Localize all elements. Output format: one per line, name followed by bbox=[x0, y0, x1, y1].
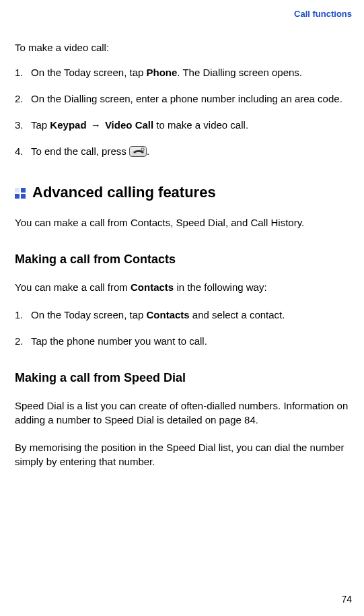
step-text: to make a video call. bbox=[153, 119, 248, 131]
step-text: and select a contact. bbox=[190, 309, 285, 320]
contacts-steps: On the Today screen, tap Contacts and se… bbox=[15, 308, 353, 348]
section-heading-advanced: Advanced calling features bbox=[15, 182, 353, 203]
text: You can make a call from bbox=[15, 281, 131, 293]
arrow-icon: → bbox=[87, 119, 105, 131]
text: in the following way: bbox=[174, 281, 266, 293]
list-item: To end the call, press . bbox=[15, 144, 353, 158]
step-text: On the Dialling screen, enter a phone nu… bbox=[31, 93, 342, 104]
page-number: 74 bbox=[341, 593, 352, 607]
advanced-heading: Advanced calling features bbox=[32, 182, 216, 203]
list-item: Tap the phone number you want to call. bbox=[15, 334, 353, 348]
step-bold: Phone bbox=[147, 67, 178, 78]
contacts-heading: Making a call from Contacts bbox=[15, 251, 353, 268]
video-call-intro: To make a video call: bbox=[15, 40, 353, 55]
video-call-steps: On the Today screen, tap Phone. The Dial… bbox=[15, 65, 353, 158]
step-text: . The Dialling screen opens. bbox=[177, 67, 302, 78]
list-item: Tap Keypad → Video Call to make a video … bbox=[15, 118, 353, 132]
list-item: On the Today screen, tap Phone. The Dial… bbox=[15, 65, 353, 79]
speed-dial-p2: By memorising the position in the Speed … bbox=[15, 440, 353, 469]
step-text: . bbox=[147, 145, 149, 157]
step-text: To end the call, press bbox=[31, 145, 129, 157]
header-section-label: Call functions bbox=[15, 8, 353, 20]
contacts-intro: You can make a call from Contacts in the… bbox=[15, 280, 353, 294]
step-bold: Video Call bbox=[105, 119, 153, 131]
step-text: On the Today screen, tap bbox=[31, 309, 147, 320]
step-text: On the Today screen, tap bbox=[31, 67, 147, 78]
list-item: On the Dialling screen, enter a phone nu… bbox=[15, 92, 353, 106]
advanced-intro: You can make a call from Contacts, Speed… bbox=[15, 215, 353, 230]
step-text: Tap the phone number you want to call. bbox=[31, 335, 207, 347]
svg-rect-0 bbox=[141, 148, 144, 151]
squares-icon bbox=[15, 188, 26, 199]
speed-dial-p1: Speed Dial is a list you can create of o… bbox=[15, 399, 353, 427]
step-bold: Contacts bbox=[147, 309, 190, 320]
end-call-icon bbox=[129, 146, 147, 157]
list-item: On the Today screen, tap Contacts and se… bbox=[15, 308, 353, 322]
speed-dial-heading: Making a call from Speed Dial bbox=[15, 370, 353, 386]
text-bold: Contacts bbox=[131, 281, 174, 293]
step-bold: Keypad bbox=[50, 119, 86, 131]
step-text: Tap bbox=[31, 119, 50, 131]
